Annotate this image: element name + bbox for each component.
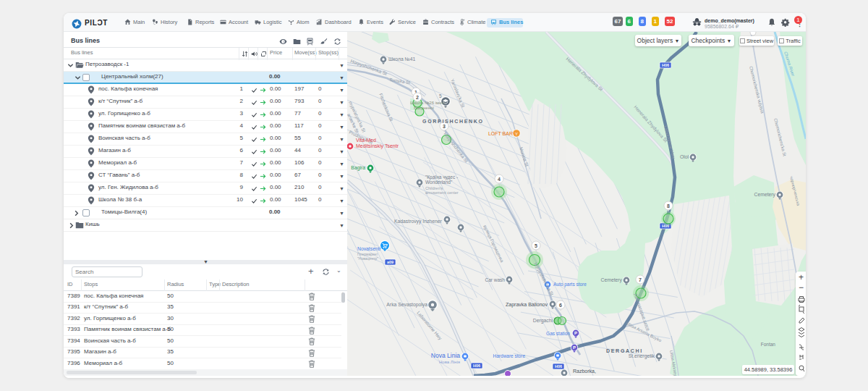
svg-text:H06: H06 — [555, 364, 562, 369]
svg-text:Wonderland": Wonderland" — [425, 180, 453, 185]
svg-text:Cemetery: Cemetery — [601, 277, 623, 283]
svg-text:8: 8 — [667, 203, 670, 209]
svg-text:P: P — [573, 345, 576, 350]
svg-text:Meditsinskiy Tsentr: Meditsinskiy Tsentr — [356, 143, 399, 149]
svg-text:Y: Y — [515, 132, 518, 136]
svg-text:Zapravka Ballonov: Zapravka Ballonov — [506, 302, 548, 308]
svg-text:3: 3 — [443, 124, 446, 129]
svg-text:Arka Sevastopolya: Arka Sevastopolya — [386, 302, 427, 308]
svg-text:Gas station: Gas station — [546, 331, 570, 336]
svg-text:7: 7 — [639, 277, 642, 282]
svg-text:Нова Лінія: Нова Лінія — [439, 360, 460, 364]
svg-text:amusement center: amusement center — [425, 190, 459, 195]
svg-text:Kadastrovyy Inzhener: Kadastrovyy Inzhener — [394, 219, 442, 224]
svg-text:Bagira: Bagira — [351, 165, 365, 171]
svg-text:Car wash: Car wash — [485, 277, 506, 282]
svg-text:H06: H06 — [662, 63, 669, 67]
svg-text:4: 4 — [498, 177, 501, 182]
svg-text:Cemetery: Cemetery — [754, 192, 776, 198]
svg-text:Hardware store: Hardware store — [493, 353, 526, 358]
svg-text:DERGACHI: DERGACHI — [606, 348, 643, 353]
svg-text:St.energetik: St.energetik — [629, 353, 655, 359]
svg-text:Auto parts store: Auto parts store — [553, 282, 587, 287]
svg-text:2: 2 — [416, 95, 419, 100]
svg-text:Fontan: Fontan — [761, 342, 776, 347]
svg-text:Razborka,: Razborka, — [573, 369, 596, 374]
svg-text:P: P — [574, 331, 577, 335]
svg-text:6: 6 — [559, 303, 562, 308]
svg-text:a09: a09 — [387, 260, 393, 264]
svg-text:H06: H06 — [473, 363, 480, 368]
svg-text:Школа №26 імені: Школа №26 імені — [410, 101, 445, 105]
svg-text:5: 5 — [439, 93, 442, 98]
svg-text:Nova Linia: Nova Linia — [431, 352, 460, 359]
svg-text:LOFT BAR: LOFT BAR — [488, 131, 513, 136]
svg-text:5: 5 — [535, 243, 537, 248]
svg-text:Dergachi: Dergachi — [533, 318, 553, 324]
svg-text:Novatsentr: Novatsentr — [357, 246, 382, 251]
svg-text:GORPISHCHENKO: GORPISHCHENKO — [422, 119, 484, 124]
svg-text:Вакуненої: Вакуненої — [414, 106, 434, 110]
svg-text:Школа №41: Школа №41 — [388, 56, 416, 62]
svg-text:"Новацентр": "Новацентр" — [357, 256, 378, 261]
svg-text:Vita-Med: Vita-Med — [356, 138, 376, 143]
svg-text:Olol: Olol — [680, 154, 689, 159]
